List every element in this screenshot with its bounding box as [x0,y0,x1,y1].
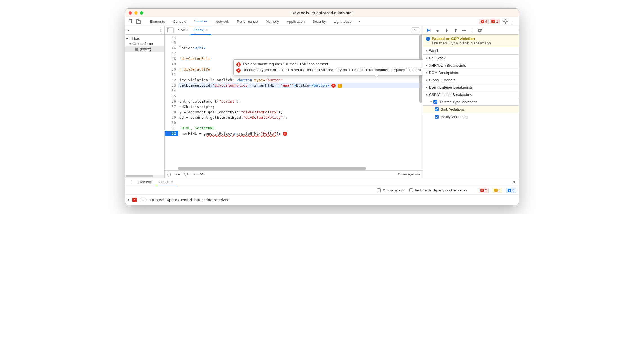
info-icon: i [426,37,430,41]
issue-count-badge: 1 [140,198,147,202]
body: » ⋮ top tt-enforce (index) [125,26,519,178]
drawer-tab-issues[interactable]: Issues× [155,178,176,186]
tab-performance[interactable]: Performance [233,17,261,26]
section-callstack[interactable]: Call Stack [423,55,519,62]
paused-banner: iPaused on CSP violation Trusted Type Si… [423,35,519,47]
tree-origin[interactable]: tt-enforce [125,41,164,46]
step-out-icon[interactable] [453,28,459,33]
section-watch[interactable]: Watch [423,47,519,55]
drawer-menu-icon[interactable]: ⋮ [127,180,135,184]
navigator-menu-icon[interactable]: ⋮ [159,28,163,32]
issue-count: 2 [496,20,498,24]
tree-top[interactable]: top [125,36,164,41]
navigator-hscroll[interactable] [125,175,164,178]
close-drawer-icon[interactable]: ✕ [511,180,517,184]
more-panes-icon[interactable]: » [127,28,129,32]
tree-file-index[interactable]: (index) [125,46,164,52]
error-icon[interactable]: ✕ [283,132,287,136]
device-toolbar-icon[interactable] [135,18,142,25]
source-editor math-font[interactable]: 44454647484950515253545556575859606162 l… [165,35,423,170]
history-nav-icon[interactable] [166,27,174,33]
group-by-kind-checkbox[interactable]: Group by kind [377,188,405,192]
svg-rect-6 [417,29,417,31]
issues-info-badge[interactable]: ▮0 [506,188,516,193]
svg-point-10 [455,31,456,32]
error-count: 6 [485,20,487,24]
sink-checkbox[interactable] [435,107,439,111]
svg-point-9 [446,31,447,32]
tab-security[interactable]: Security [308,17,330,26]
paused-subtitle: Trusted Type Sink Violation [426,41,516,45]
close-issues-icon[interactable]: × [171,180,173,184]
section-global[interactable]: Global Listeners [423,76,519,84]
issues-error-badge[interactable]: ✕2 [479,188,489,193]
section-csp[interactable]: CSP Violation Breakpoints [423,91,519,98]
editor-hscroll[interactable] [178,166,419,170]
code-area[interactable]: lations</h1> "divCustomPoli ="divDefault… [178,35,423,170]
main-tab-bar: Elements Console Sources Network Perform… [125,17,519,26]
more-tabs-icon[interactable]: » [355,18,363,25]
third-party-checkbox[interactable]: Include third-party cookie issues [409,188,467,192]
svg-rect-5 [167,29,169,32]
navigator-pane: » ⋮ top tt-enforce (index) [125,26,165,178]
section-event[interactable]: Event Listener Breakpoints [423,84,519,91]
warning-icon[interactable]: ! [338,84,342,88]
svg-rect-4 [129,37,133,40]
issues-list: ✕ 1 Trusted Type expected, but String re… [125,194,519,205]
editor-tab-vm[interactable]: VM17 [175,26,191,35]
editor-vscroll[interactable] [419,35,423,170]
run-snippet-icon[interactable] [412,27,419,33]
section-sink-violations[interactable]: Sink Violations [423,106,519,113]
section-trusted-type[interactable]: Trusted Type Violations [423,98,519,106]
resume-icon[interactable] [426,28,431,33]
pretty-print-icon[interactable]: { } [167,172,171,176]
tab-application[interactable]: Application [283,17,309,26]
coverage-status: Coverage: n/a [398,172,420,176]
window-title: DevTools - tt-enforced.glitch.me/ [125,11,519,15]
tab-sources[interactable]: Sources [190,17,212,26]
issue-row[interactable]: ✕ 1 Trusted Type expected, but String re… [125,196,519,204]
tree-file-label: (index) [140,47,151,51]
tooltip-msg2: Uncaught TypeError: Failed to set the 'i… [242,68,423,72]
step-icon[interactable] [462,28,468,33]
section-policy-violations[interactable]: Policy Violations [423,113,519,120]
kebab-menu-icon[interactable]: ⋮ [509,18,516,25]
section-xhr[interactable]: XHR/fetch Breakpoints [423,62,519,69]
step-over-icon[interactable] [435,28,440,33]
cursor-position: Line 53, Column 93 [174,172,204,176]
svg-rect-7 [430,29,431,32]
tooltip-msg1: This document requires 'TrustedHTML' ass… [242,62,329,66]
issue-error-icon: ✕ [132,198,137,202]
drawer: ⋮ Console Issues× ✕ Group by kind Includ… [125,178,519,205]
file-icon [135,47,139,51]
frame-icon [129,37,133,40]
tab-console[interactable]: Console [169,17,190,26]
tab-memory[interactable]: Memory [262,17,283,26]
debug-toolbar [423,26,519,35]
debugger-pane: iPaused on CSP violation Trusted Type Si… [423,26,519,178]
close-tab-icon[interactable]: × [206,28,209,32]
section-dom[interactable]: DOM Breakpoints [423,69,519,76]
drawer-tab-console[interactable]: Console [135,178,155,186]
policy-checkbox[interactable] [435,115,439,119]
drawer-tabbar: ⋮ Console Issues× ✕ [125,178,519,186]
editor-pane: VM17 (index)× 44454647484950515253545556… [165,26,423,178]
console-issues-badge[interactable]: ✕2 [490,19,500,24]
step-into-icon[interactable] [444,28,450,33]
navigator-header: » ⋮ [125,26,164,35]
error-icon[interactable]: ✕ [331,84,336,88]
deactivate-breakpoints-icon[interactable] [478,28,484,33]
svg-rect-2 [138,21,140,24]
settings-icon[interactable] [502,18,509,25]
cloud-icon [132,42,136,46]
console-errors-badge[interactable]: ✕6 [479,19,489,24]
tt-checkbox[interactable] [433,100,437,104]
expand-icon[interactable] [128,199,129,201]
inspect-element-icon[interactable] [128,18,135,25]
tab-network[interactable]: Network [212,17,233,26]
tab-lighthouse[interactable]: Lighthouse [330,17,355,26]
tab-elements[interactable]: Elements [146,17,169,26]
issues-warn-badge[interactable]: !0 [493,188,502,193]
editor-tab-index[interactable]: (index)× [191,26,211,35]
error-count-icon: 2 [236,62,241,67]
